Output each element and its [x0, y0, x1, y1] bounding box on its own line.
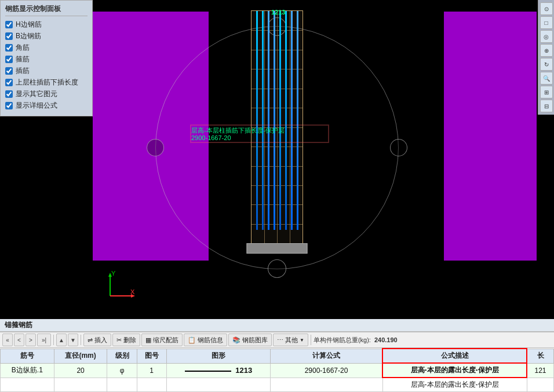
- cp-checkbox-show-other[interactable]: [5, 90, 13, 98]
- cp-checkbox-b-rebar[interactable]: [5, 32, 13, 40]
- cp-item-upper-insert[interactable]: 上层柱插筋下插长度: [5, 78, 88, 87]
- rt-btn-2[interactable]: □: [540, 16, 553, 29]
- cell-figure-2: [166, 378, 270, 392]
- section-label: 锚箍钢筋: [0, 319, 554, 332]
- rt-btn-1[interactable]: ⊙: [540, 2, 553, 15]
- cell-diameter-2: [54, 378, 107, 392]
- table-row: B边纵筋.1 20 φ 1 1213 2900-1667-20 层高-本层的露出…: [1, 363, 554, 378]
- insert-icon: ⇌: [88, 336, 93, 344]
- move-down-btn[interactable]: ▼: [68, 334, 78, 346]
- table-area: 筋号 直径(mm) 级别 图号 图形 计算公式 公式描述 长 B边纵筋.1 20…: [0, 348, 554, 392]
- cell-id-2: [1, 378, 54, 392]
- cp-checkbox-stirrup[interactable]: [5, 56, 13, 63]
- delete-btn[interactable]: ✂ 删除: [112, 334, 140, 346]
- viewport-area[interactable]: 1213 层高-本层柱插筋下插长度-保护层 2900-1667-20 钢筋显示控…: [0, 0, 554, 319]
- nav-next-btn[interactable]: >: [25, 334, 36, 346]
- scale-icon: ▦: [145, 336, 151, 344]
- col-calc: 计算公式: [270, 349, 382, 363]
- cp-item-stirrup[interactable]: 箍筋: [5, 54, 88, 64]
- other-icon: ⋯: [277, 336, 283, 344]
- control-panel-title: 钢筋显示控制面板: [5, 4, 88, 16]
- cell-grade: φ: [107, 363, 137, 378]
- other-arrow-icon: ▼: [300, 338, 304, 343]
- cp-item-corner[interactable]: 角筋: [5, 43, 88, 53]
- cp-item-b-rebar[interactable]: B边钢筋: [5, 31, 88, 41]
- rebar-info-icon: 📋: [188, 336, 196, 344]
- circle-left: [147, 139, 164, 156]
- rt-btn-8[interactable]: ⊟: [540, 100, 553, 112]
- rebar-info-btn[interactable]: 📋 钢筋信息: [184, 334, 227, 346]
- label-formula: 层高-本层柱插筋下插长度-保护层: [191, 126, 285, 135]
- rt-btn-7[interactable]: ⊞: [540, 86, 553, 98]
- rt-btn-6[interactable]: 🔍: [540, 72, 553, 85]
- cell-calc-2: [270, 378, 382, 392]
- weight-label: 单构件钢筋总重(kg):: [314, 336, 371, 345]
- cp-label-stirrup: 箍筋: [16, 54, 30, 64]
- cp-label-show-formula: 显示详细公式: [16, 101, 57, 111]
- label-calc: 2900-1667-20: [191, 134, 231, 141]
- cell-figure-no: 1: [137, 363, 166, 378]
- cp-checkbox-upper-insert[interactable]: [5, 79, 13, 86]
- axis-indicator: Y X: [101, 270, 136, 305]
- cell-calc: 2900-1667-20: [270, 363, 382, 378]
- cell-desc-2: 层高-本层的露出长度-保护层: [382, 378, 527, 392]
- cp-item-show-other[interactable]: 显示其它图元: [5, 89, 88, 99]
- cp-label-upper-insert: 上层柱插筋下插长度: [16, 78, 78, 87]
- sep-2: [81, 335, 81, 345]
- rt-btn-3[interactable]: ◎: [540, 30, 553, 43]
- cp-checkbox-insert[interactable]: [5, 67, 13, 75]
- col-desc: 公式描述: [382, 349, 527, 363]
- cell-figure-no-2: [137, 378, 166, 392]
- table-header-row: 筋号 直径(mm) 级别 图号 图形 计算公式 公式描述 长: [1, 349, 554, 363]
- weight-value: 240.190: [374, 336, 398, 343]
- cp-label-h-rebar: H边钢筋: [16, 20, 42, 30]
- base-plate: [247, 243, 308, 254]
- insert-btn[interactable]: ⇌ 插入: [83, 334, 111, 346]
- main-container: 1213 层高-本层柱插筋下插长度-保护层 2900-1667-20 钢筋显示控…: [0, 0, 554, 392]
- col-figure-no: 图号: [137, 349, 166, 363]
- cp-label-corner: 角筋: [16, 43, 30, 53]
- cell-length-2: [527, 378, 553, 392]
- col-figure: 图形: [166, 349, 270, 363]
- cp-checkbox-h-rebar[interactable]: [5, 21, 13, 28]
- table-row-2: 层高-本层的露出长度-保护层: [1, 378, 554, 392]
- sep-1: [53, 335, 54, 345]
- col-length: 长: [527, 349, 553, 363]
- cp-label-insert: 插筋: [16, 66, 30, 76]
- delete-icon: ✂: [116, 336, 122, 344]
- figure-value: 1213: [235, 366, 252, 375]
- cp-checkbox-corner[interactable]: [5, 44, 13, 52]
- cp-item-h-rebar[interactable]: H边钢筋: [5, 20, 88, 30]
- purple-panel-right: [444, 12, 537, 261]
- svg-text:X: X: [130, 288, 135, 295]
- circle-right: [390, 139, 407, 156]
- cp-label-show-other: 显示其它图元: [16, 89, 57, 99]
- cp-checkbox-show-formula[interactable]: [5, 102, 13, 109]
- sep-3: [311, 335, 311, 345]
- rebar-lib-icon: 📚: [232, 336, 240, 344]
- cell-length: 121: [527, 363, 553, 378]
- cp-item-insert[interactable]: 插筋: [5, 66, 88, 76]
- bottom-toolbar: « < > »| ▲ ▼ ⇌ 插入 ✂ 删除 ▦ 缩尺配筋 📋 钢筋信息 📚 钢…: [0, 332, 554, 348]
- rebar-lib-btn[interactable]: 📚 钢筋图库: [228, 334, 272, 346]
- cell-desc-highlighted: 层高-本层的露出长度-保护层: [382, 363, 527, 378]
- scale-rebar-btn[interactable]: ▦ 缩尺配筋: [141, 334, 183, 346]
- cell-figure: 1213: [166, 363, 270, 378]
- cp-item-show-formula[interactable]: 显示详细公式: [5, 101, 88, 111]
- move-up-btn[interactable]: ▲: [56, 334, 67, 346]
- other-btn[interactable]: ⋯ 其他 ▼: [273, 334, 308, 346]
- rt-btn-5[interactable]: ↻: [540, 58, 553, 71]
- col-diameter: 直径(mm): [54, 349, 107, 363]
- col-grade: 级别: [107, 349, 137, 363]
- data-table: 筋号 直径(mm) 级别 图号 图形 计算公式 公式描述 长 B边纵筋.1 20…: [0, 348, 554, 392]
- control-panel: 钢筋显示控制面板 H边钢筋 B边钢筋 角筋 箍筋 插筋: [0, 0, 93, 116]
- nav-prev-btn[interactable]: <: [14, 334, 24, 346]
- cell-grade-2: [107, 378, 137, 392]
- nav-last-btn[interactable]: »|: [37, 334, 51, 346]
- svg-text:Y: Y: [111, 270, 116, 277]
- cell-id: B边纵筋.1: [1, 363, 54, 378]
- nav-first-btn[interactable]: «: [2, 334, 13, 346]
- col-id: 筋号: [1, 349, 54, 363]
- rt-btn-4[interactable]: ⊕: [540, 44, 553, 57]
- right-toolbar: ⊙ □ ◎ ⊕ ↻ 🔍 ⊞ ⊟: [538, 0, 554, 115]
